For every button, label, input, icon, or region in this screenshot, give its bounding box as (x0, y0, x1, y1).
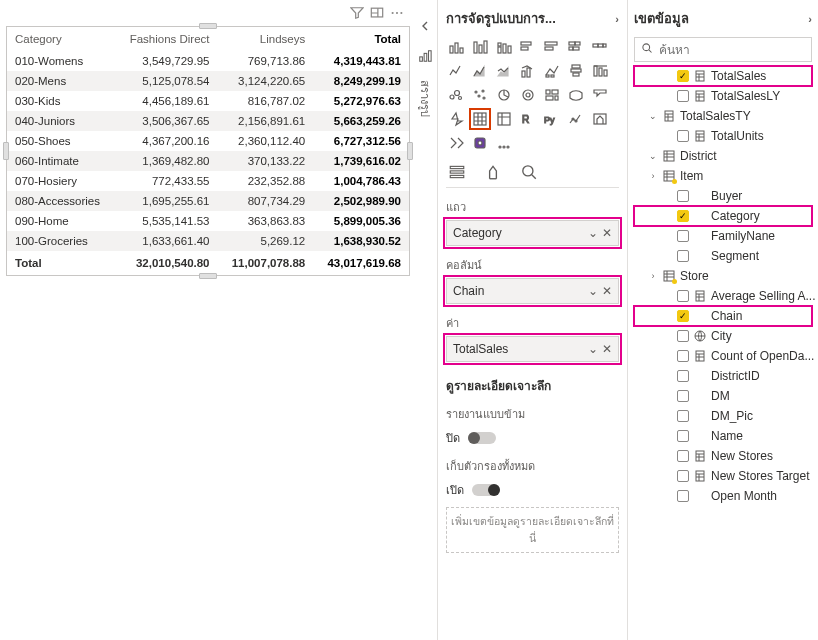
viz-type-icon[interactable] (446, 37, 466, 57)
collapse-icon[interactable]: › (808, 13, 812, 25)
field-category[interactable]: Category (634, 206, 812, 226)
field-totalsalesty[interactable]: ⌄TotalSalesTY (634, 106, 812, 126)
viz-type-icon[interactable] (494, 109, 514, 129)
table-row[interactable]: 070-Hosiery772,433.55232,352.881,004,786… (7, 171, 409, 191)
viz-type-icon[interactable] (446, 133, 466, 153)
chevron-right-icon[interactable]: › (648, 171, 658, 181)
focus-mode-icon[interactable] (370, 6, 384, 20)
chevron-down-icon[interactable]: ⌄ (588, 226, 598, 240)
field-checkbox[interactable] (677, 390, 689, 402)
matrix-visual[interactable]: Category Fashions Direct Lindseys Total … (6, 26, 410, 276)
viz-type-icon[interactable] (470, 109, 490, 129)
chevron-down-icon[interactable]: ⌄ (648, 111, 658, 121)
viz-type-icon[interactable]: R (518, 109, 538, 129)
collapse-icon[interactable]: › (615, 13, 619, 25)
viz-type-icon[interactable] (518, 37, 538, 57)
viz-type-icon[interactable] (470, 85, 490, 105)
col-header[interactable]: Fashions Direct (115, 27, 218, 51)
search-input[interactable] (659, 43, 809, 57)
field-checkbox[interactable] (677, 130, 689, 142)
chevron-right-icon[interactable]: › (648, 271, 658, 281)
field-checkbox[interactable] (677, 210, 689, 222)
field-buyer[interactable]: Buyer (634, 186, 812, 206)
viz-type-icon[interactable] (494, 85, 514, 105)
build-tab-icon[interactable] (418, 49, 432, 66)
table-row[interactable]: 090-Home5,535,141.53363,863.835,899,005.… (7, 211, 409, 231)
field-totalunits[interactable]: TotalUnits (634, 126, 812, 146)
more-options-icon[interactable] (390, 6, 404, 20)
viz-type-icon[interactable]: Py (542, 109, 562, 129)
remove-icon[interactable]: ✕ (602, 342, 612, 356)
field-totalsalesly[interactable]: TotalSalesLY (634, 86, 812, 106)
table-row[interactable]: 020-Mens5,125,078.543,124,220.658,249,29… (7, 71, 409, 91)
viz-type-icon[interactable] (446, 109, 466, 129)
fields-tab-icon[interactable] (448, 163, 466, 181)
viz-type-icon[interactable] (590, 37, 610, 57)
viz-type-icon[interactable] (566, 37, 586, 57)
field-checkbox[interactable] (677, 490, 689, 502)
viz-type-icon[interactable] (566, 109, 586, 129)
col-header[interactable]: Total (313, 27, 409, 51)
viz-type-icon[interactable] (542, 37, 562, 57)
field-avgsell[interactable]: Average Selling A... (634, 286, 812, 306)
resize-handle[interactable] (199, 23, 217, 29)
table-row[interactable]: 080-Accessories1,695,255.61807,734.292,5… (7, 191, 409, 211)
viz-type-icon[interactable] (470, 61, 490, 81)
table-district[interactable]: ⌄District (634, 146, 812, 166)
viz-type-icon[interactable] (590, 85, 610, 105)
report-canvas[interactable]: Category Fashions Direct Lindseys Total … (0, 0, 412, 640)
field-checkbox[interactable] (677, 330, 689, 342)
fields-search[interactable] (634, 37, 812, 62)
field-checkbox[interactable] (677, 310, 689, 322)
col-header[interactable]: Lindseys (218, 27, 314, 51)
field-newstorestarget[interactable]: New Stores Target (634, 466, 812, 486)
field-checkbox[interactable] (677, 190, 689, 202)
field-newstores[interactable]: New Stores (634, 446, 812, 466)
analytics-tab-icon[interactable] (520, 163, 538, 181)
viz-type-icon[interactable] (494, 37, 514, 57)
columns-well[interactable]: Chain ⌄✕ (446, 278, 619, 304)
viz-type-icon[interactable] (590, 61, 610, 81)
viz-type-icon[interactable] (494, 133, 514, 153)
viz-type-icon[interactable] (566, 85, 586, 105)
field-city[interactable]: City (634, 326, 812, 346)
field-checkbox[interactable] (677, 230, 689, 242)
viz-type-icon[interactable] (542, 85, 562, 105)
field-checkbox[interactable] (677, 430, 689, 442)
field-openmonth[interactable]: Open Month (634, 486, 812, 506)
field-checkbox[interactable] (677, 410, 689, 422)
chevron-down-icon[interactable]: ⌄ (648, 151, 658, 161)
viz-type-icon[interactable] (494, 61, 514, 81)
viz-type-icon[interactable] (590, 109, 610, 129)
field-name[interactable]: Name (634, 426, 812, 446)
field-totalsales[interactable]: TotalSales (634, 66, 812, 86)
cross-report-toggle[interactable] (468, 432, 496, 444)
resize-handle[interactable] (199, 273, 217, 279)
field-dm[interactable]: DM (634, 386, 812, 406)
collapse-icon[interactable] (419, 20, 431, 35)
field-familynane[interactable]: FamilyNane (634, 226, 812, 246)
values-well[interactable]: TotalSales ⌄✕ (446, 336, 619, 362)
viz-type-icon[interactable] (566, 61, 586, 81)
viz-type-icon[interactable] (518, 61, 538, 81)
field-chain[interactable]: Chain (634, 306, 812, 326)
table-row[interactable]: 040-Juniors3,506,367.652,156,891.615,663… (7, 111, 409, 131)
viz-type-icon[interactable] (542, 61, 562, 81)
field-checkbox[interactable] (677, 90, 689, 102)
table-store[interactable]: ›Store (634, 266, 812, 286)
format-tab-icon[interactable] (484, 163, 502, 181)
field-countopen[interactable]: Count of OpenDa... (634, 346, 812, 366)
viz-type-icon[interactable] (518, 85, 538, 105)
table-row[interactable]: 010-Womens3,549,729.95769,713.864,319,44… (7, 51, 409, 71)
field-checkbox[interactable] (677, 470, 689, 482)
field-dmpic[interactable]: DM_Pic (634, 406, 812, 426)
table-row[interactable]: 030-Kids4,456,189.61816,787.025,272,976.… (7, 91, 409, 111)
field-checkbox[interactable] (677, 450, 689, 462)
field-checkbox[interactable] (677, 70, 689, 82)
chevron-down-icon[interactable]: ⌄ (588, 284, 598, 298)
resize-handle[interactable] (407, 142, 413, 160)
viz-type-icon[interactable] (470, 37, 490, 57)
field-checkbox[interactable] (677, 250, 689, 262)
keep-filters-toggle[interactable] (472, 484, 500, 496)
table-row[interactable]: 050-Shoes4,367,200.162,360,112.406,727,3… (7, 131, 409, 151)
